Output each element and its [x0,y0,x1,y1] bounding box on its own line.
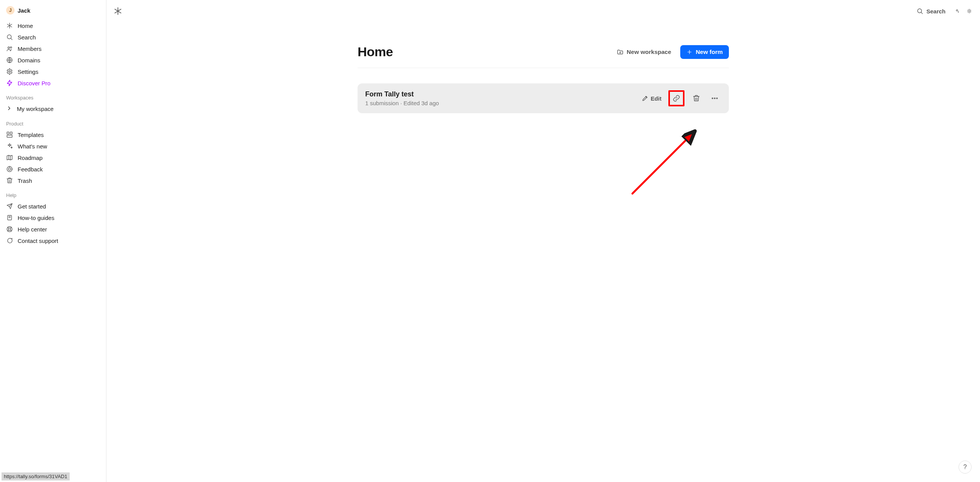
lightning-icon [6,80,13,86]
edit-button[interactable]: Edit [640,93,663,103]
section-product: Product [2,115,104,129]
members-icon [6,45,13,52]
new-workspace-button[interactable]: New workspace [613,46,675,59]
settings-button[interactable] [965,7,973,15]
form-meta: Form Tally test 1 submission · Edited 3d… [365,90,439,106]
nav-label: Trash [18,177,32,184]
svg-point-18 [8,168,11,170]
svg-point-44 [714,98,715,99]
new-form-button[interactable]: New form [680,45,729,59]
ai-sparkles-button[interactable] [953,7,961,15]
new-workspace-label: New workspace [627,49,671,55]
page-title: Home [358,44,393,59]
nav-label: Home [18,23,33,29]
svg-rect-12 [10,132,12,134]
search-icon [6,34,13,41]
svg-marker-10 [7,80,12,86]
book-icon [6,214,13,221]
nav-help-center[interactable]: Help center [2,223,104,235]
nav-label: Get started [18,203,46,210]
avatar: J [6,6,15,15]
nav-discover-pro[interactable]: Discover Pro [2,77,104,89]
nav-label: Help center [18,226,47,233]
nav-home[interactable]: Home [2,20,104,31]
lifebuoy-icon [6,226,13,233]
content: Home New workspace New form Form T [353,44,733,113]
more-horizontal-icon [711,94,719,102]
pencil-icon [642,95,648,102]
topbar: Search [106,0,980,17]
nav-label: Search [18,34,36,41]
nav-label: Discover Pro [18,80,51,86]
nav-label: Roadmap [18,155,42,161]
app-logo-icon[interactable] [113,7,122,16]
status-bar-url: https://tally.so/forms/31VAD1 [2,472,70,480]
nav-feedback[interactable]: Feedback [2,163,104,175]
folder-plus-icon [617,49,624,55]
nav-members[interactable]: Members [2,43,104,54]
nav-label: What's new [18,143,47,150]
svg-point-9 [9,71,11,73]
search-icon [916,8,923,15]
trash-icon [693,94,700,102]
nav-trash[interactable]: Trash [2,175,104,186]
nav-search[interactable]: Search [2,31,104,43]
nav-label: Domains [18,57,40,64]
section-help: Help [2,186,104,200]
share-link-button[interactable] [668,90,684,106]
nav-contact[interactable]: Contact support [2,235,104,246]
chevron-right-icon [6,105,12,112]
svg-point-37 [969,11,970,12]
globe-icon [6,57,13,64]
nav-label: Settings [18,68,38,75]
nav-roadmap[interactable]: Roadmap [2,152,104,163]
nav-label: Members [18,46,42,52]
delete-button[interactable] [690,92,703,105]
nav-label: How-to guides [18,215,54,221]
nav-label: Templates [18,132,44,138]
nav-howto[interactable]: How-to guides [2,212,104,223]
nav-domains[interactable]: Domains [2,54,104,66]
section-workspaces: Workspaces [2,89,104,103]
link-icon [673,94,680,102]
svg-point-45 [717,98,718,99]
nav-label: Feedback [18,166,43,173]
primary-nav: Home Search Members Domains Settings [2,20,104,89]
nav-templates[interactable]: Templates [2,129,104,140]
svg-line-47 [632,132,694,194]
new-form-label: New form [696,49,723,55]
card-actions: Edit [640,90,721,106]
svg-line-36 [921,12,922,13]
top-search-label: Search [926,8,946,15]
trash-icon [6,177,13,184]
svg-point-6 [10,47,12,48]
map-icon [6,154,13,161]
user-name: Jack [18,7,30,14]
sparkles-icon [6,143,13,150]
svg-point-5 [8,47,10,49]
asterisk-icon [6,22,13,29]
top-search[interactable]: Search [913,5,949,17]
sidebar: J Jack Home Search Members [0,0,106,482]
workspace-item[interactable]: My workspace [2,103,104,115]
svg-marker-14 [7,155,12,160]
svg-line-4 [11,38,12,39]
user-menu[interactable]: J Jack [2,3,104,18]
annotation-arrow [629,121,705,197]
help-fab[interactable]: ? [959,461,972,474]
more-button[interactable] [708,92,721,105]
svg-rect-11 [7,132,9,134]
nav-whats-new[interactable]: What's new [2,140,104,152]
nav-get-started[interactable]: Get started [2,200,104,212]
target-icon [6,166,13,173]
help-fab-label: ? [964,464,967,471]
form-card[interactable]: Form Tally test 1 submission · Edited 3d… [358,83,729,113]
chat-icon [6,237,13,244]
header-actions: New workspace New form [613,45,729,59]
nav-settings[interactable]: Settings [2,66,104,77]
svg-point-43 [712,98,713,99]
form-title: Form Tally test [365,90,439,98]
templates-icon [6,131,13,138]
form-subtitle: 1 submission · Edited 3d ago [365,100,439,106]
svg-rect-13 [7,135,12,137]
